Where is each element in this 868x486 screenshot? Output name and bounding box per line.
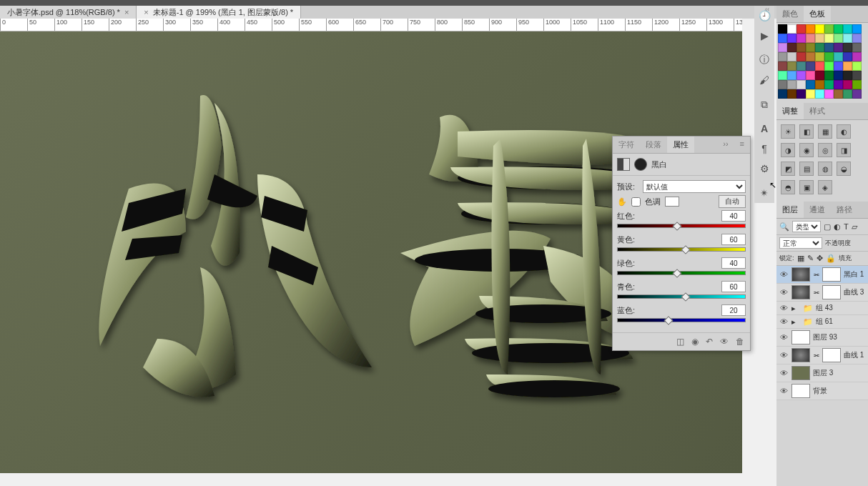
brush-icon[interactable]: 🖌 [754, 70, 774, 90]
swatch[interactable] [843, 71, 852, 80]
swatch[interactable] [824, 89, 834, 99]
swatch[interactable] [787, 61, 797, 71]
lock-all-icon[interactable]: 🔒 [826, 254, 836, 263]
swatch[interactable] [843, 80, 852, 89]
swatch[interactable] [787, 89, 797, 99]
swatch[interactable] [797, 24, 806, 34]
actions-icon[interactable]: ▶ [754, 26, 774, 46]
view-previous-icon[interactable]: ◉ [691, 337, 699, 347]
swatch[interactable] [778, 80, 787, 89]
visibility-toggle-icon[interactable]: 👁 [779, 387, 789, 395]
visibility-toggle-icon[interactable]: 👁 [779, 288, 789, 297]
toggle-visibility-icon[interactable]: 👁 [720, 337, 729, 347]
swatch[interactable] [787, 71, 797, 80]
adjustment-preset[interactable]: ◍ [818, 162, 832, 176]
swatch[interactable] [806, 43, 815, 52]
tint-color-chip[interactable] [665, 197, 679, 207]
tab-layers[interactable]: 图层 [776, 202, 804, 218]
swatch[interactable] [815, 61, 824, 71]
adjustment-preset[interactable]: ◩ [781, 162, 795, 176]
properties-panel[interactable]: 字符 段落 属性 ›› ≡ 黑白 预设: 默认值 ✋ 色调 自动 红色: 黄色:… [612, 136, 751, 351]
swatch[interactable] [806, 34, 815, 43]
slider-value-input[interactable] [721, 234, 746, 245]
layer-row[interactable]: 👁⫘曲线 1 [776, 347, 868, 364]
adjustment-preset[interactable]: ▣ [799, 180, 814, 194]
adjustment-preset[interactable]: ◑ [781, 143, 795, 157]
tab-channels[interactable]: 通道 [804, 202, 831, 218]
history-icon[interactable]: 🕘 [754, 6, 774, 26]
adjustment-preset[interactable]: ◓ [781, 180, 795, 194]
layer-row[interactable]: 👁▸📁组 43 [776, 302, 868, 315]
filter-shape-icon[interactable]: ▱ [852, 222, 857, 232]
swatch[interactable] [824, 52, 834, 61]
clone-source-icon[interactable]: ⧉ [754, 94, 774, 114]
lock-pixels-icon[interactable]: ▦ [797, 254, 804, 263]
swatch[interactable] [815, 52, 824, 61]
filter-adjust-icon[interactable]: ◐ [834, 222, 841, 232]
hand-icon[interactable]: ✋ [617, 197, 627, 207]
swatch[interactable] [852, 52, 862, 61]
adjustment-preset[interactable]: ◒ [837, 162, 851, 176]
swatch[interactable] [824, 71, 834, 80]
swatch[interactable] [797, 43, 806, 52]
swatch[interactable] [834, 61, 843, 71]
paragraph-icon[interactable]: ¶ [754, 139, 774, 159]
visibility-toggle-icon[interactable]: 👁 [779, 333, 789, 342]
swatch[interactable] [806, 52, 815, 61]
navigator-icon[interactable]: ✴ [754, 183, 774, 203]
swatch[interactable] [843, 89, 852, 99]
swatch[interactable] [787, 34, 797, 43]
adjustment-preset[interactable]: ▤ [799, 162, 814, 176]
close-icon[interactable]: × [124, 8, 129, 16]
swatch[interactable] [815, 43, 824, 52]
lock-position-icon[interactable]: ✎ [807, 254, 814, 263]
swatch[interactable] [852, 80, 862, 89]
doc-tab-1[interactable]: ×未标题-1 @ 199% (黑白 1, 图层蒙版/8) * [137, 6, 301, 19]
swatch[interactable] [843, 34, 852, 43]
swatch[interactable] [778, 24, 787, 34]
swatch[interactable] [806, 80, 815, 89]
swatch[interactable] [834, 34, 843, 43]
collapse-icon[interactable]: ›› [717, 137, 734, 153]
swatch[interactable] [852, 24, 862, 34]
character-icon[interactable]: A [754, 119, 774, 139]
adjustment-preset[interactable]: ◎ [818, 143, 832, 157]
swatch[interactable] [852, 34, 862, 43]
tab-properties[interactable]: 属性 [667, 137, 694, 153]
swatch[interactable] [806, 24, 815, 34]
layer-row[interactable]: 👁背景 [776, 382, 868, 400]
visibility-toggle-icon[interactable]: 👁 [779, 369, 789, 377]
swatch[interactable] [834, 80, 843, 89]
layer-row[interactable]: 👁⫘曲线 3 [776, 284, 868, 302]
swatch[interactable] [843, 43, 852, 52]
mask-icon[interactable] [634, 158, 647, 171]
slider-value-input[interactable] [721, 281, 746, 292]
swatch[interactable] [787, 52, 797, 61]
swatch[interactable] [834, 89, 843, 99]
swatch[interactable] [778, 43, 787, 52]
swatch[interactable] [787, 80, 797, 89]
swatch[interactable] [778, 61, 787, 71]
swatch[interactable] [797, 80, 806, 89]
adjustment-preset[interactable]: ◨ [837, 143, 851, 157]
clip-icon[interactable]: ◫ [676, 337, 684, 347]
swatch[interactable] [834, 24, 843, 34]
swatch[interactable] [852, 43, 862, 52]
visibility-toggle-icon[interactable]: 👁 [779, 270, 789, 279]
swatch[interactable] [778, 34, 787, 43]
filter-type-icon[interactable]: T [844, 222, 849, 231]
swatch[interactable] [834, 71, 843, 80]
swatch[interactable] [778, 52, 787, 61]
swatch[interactable] [815, 89, 824, 99]
visibility-toggle-icon[interactable]: 👁 [779, 304, 789, 312]
link-mask-icon[interactable]: ⫘ [813, 289, 819, 296]
swatch[interactable] [778, 89, 787, 99]
adjustment-preset[interactable]: ◧ [799, 124, 814, 139]
delete-icon[interactable]: 🗑 [736, 337, 744, 347]
swatch[interactable] [797, 89, 806, 99]
swatch[interactable] [852, 71, 862, 80]
swatch[interactable] [834, 43, 843, 52]
swatch[interactable] [815, 71, 824, 80]
doc-tab-0[interactable]: 小暑字体.psd @ 118%(RGB/8) *× [0, 6, 137, 19]
swatch[interactable] [797, 34, 806, 43]
